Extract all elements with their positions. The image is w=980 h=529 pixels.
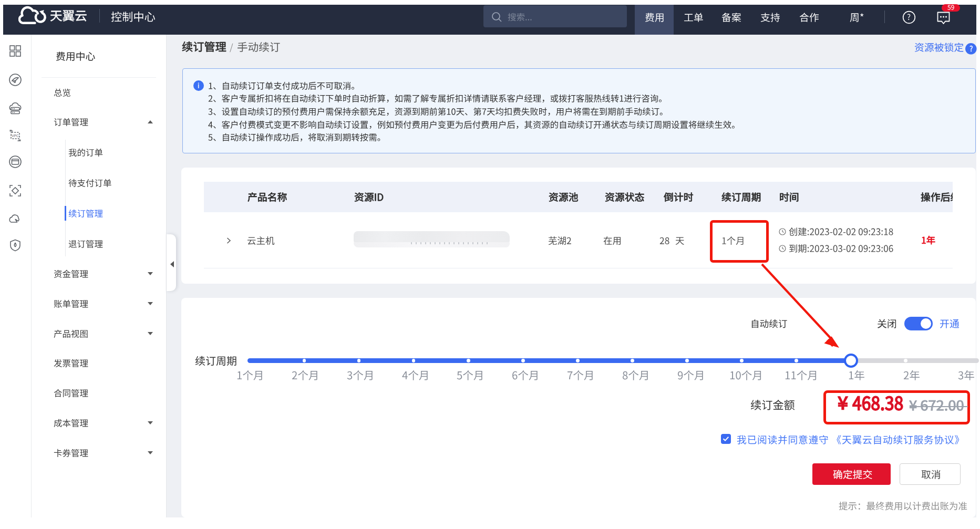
svg-text:VPC: VPC xyxy=(12,134,19,138)
